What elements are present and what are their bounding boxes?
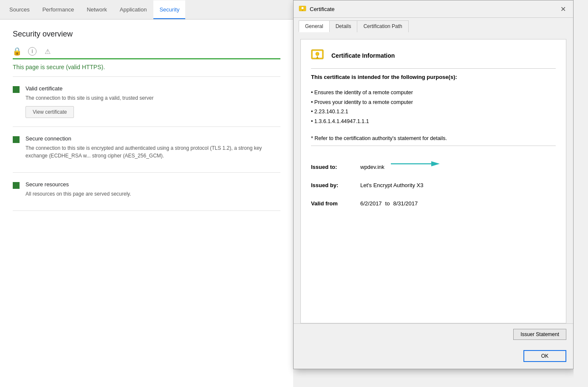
section-desc-secure-resources: All resources on this page are served se… xyxy=(25,190,280,198)
certificate-close-button[interactable]: ✕ xyxy=(558,4,568,14)
view-certificate-button[interactable]: View certificate xyxy=(25,106,74,118)
section-title-valid-cert: Valid certificate xyxy=(25,85,280,92)
info-icon: i xyxy=(28,47,37,56)
cert-tab-general[interactable]: General xyxy=(299,20,330,32)
certificate-info-header: Certificate Information xyxy=(311,48,556,69)
tab-network[interactable]: Network xyxy=(81,0,113,19)
section-desc-valid-cert: The connection to this site is using a v… xyxy=(25,94,280,102)
security-content: Security overview 🔒 i ⚠ This page is sec… xyxy=(0,20,293,387)
section-icon-secure-connection xyxy=(13,136,20,143)
section-desc-secure-connection: The connection to this site is encrypted… xyxy=(25,144,280,160)
purpose-item-2: Proves your identity to a remote compute… xyxy=(311,98,556,107)
certificate-refer-note: * Refer to the certification authority's… xyxy=(311,135,556,146)
certificate-issued-by-label: Issued by: xyxy=(311,182,353,188)
cert-tab-certification-path[interactable]: Certification Path xyxy=(357,20,408,32)
certificate-issued-to-value: wpdev.ink xyxy=(360,164,384,170)
certificate-issued-to-label: Issued to: xyxy=(311,164,353,170)
section-body-valid-cert: Valid certificate The connection to this… xyxy=(25,85,280,118)
section-secure-resources: Secure resources All resources on this p… xyxy=(13,173,280,211)
certificate-title: Certificate xyxy=(310,6,558,12)
certificate-valid-to-value: 8/31/2017 xyxy=(393,200,418,207)
section-secure-connection: Secure connection The connection to this… xyxy=(13,127,280,173)
issuer-statement-button[interactable]: Issuer Statement xyxy=(513,329,566,340)
section-valid-cert: Valid certificate The connection to this… xyxy=(13,77,280,127)
purpose-item-4: 1.3.6.1.4.1.44947.1.1.1 xyxy=(311,117,556,126)
warning-icon: ⚠ xyxy=(43,47,52,56)
svg-point-5 xyxy=(316,52,319,56)
purpose-item-1: Ensures the identity of a remote compute… xyxy=(311,88,556,98)
devtools-panel: Sources Performance Network Application … xyxy=(0,0,293,387)
certificate-info-title: Certificate Information xyxy=(331,52,395,59)
purpose-item-3: 2.23.140.1.2.1 xyxy=(311,107,556,117)
teal-arrow-annotation xyxy=(389,159,444,169)
certificate-dialog: Certificate ✕ General Details Certificat… xyxy=(293,0,574,369)
certificate-bottom-bar: Issuer Statement xyxy=(294,323,573,345)
tab-application[interactable]: Application xyxy=(114,0,153,19)
section-body-secure-resources: Secure resources All resources on this p… xyxy=(25,181,280,202)
cert-tab-details[interactable]: Details xyxy=(329,20,358,32)
section-title-secure-connection: Secure connection xyxy=(25,135,280,142)
section-title-secure-resources: Secure resources xyxy=(25,181,280,188)
page-title: Security overview xyxy=(13,30,280,39)
certificate-valid-from-value: 6/2/2017 xyxy=(360,200,382,207)
certificate-valid-row: Valid from 6/2/2017 to 8/31/2017 xyxy=(311,197,556,210)
certificate-titlebar: Certificate ✕ xyxy=(294,0,573,18)
svg-marker-8 xyxy=(431,161,440,166)
tab-security[interactable]: Security xyxy=(153,0,185,19)
certificate-title-icon xyxy=(299,5,306,13)
certificate-info-icon xyxy=(311,48,326,63)
certificate-tab-bar: General Details Certification Path xyxy=(294,18,573,32)
certificate-issued-by-value: Let's Encrypt Authority X3 xyxy=(360,182,423,188)
tab-sources[interactable]: Sources xyxy=(3,0,36,19)
certificate-purpose-list: Ensures the identity of a remote compute… xyxy=(311,88,556,126)
tab-bar: Sources Performance Network Application … xyxy=(0,0,293,20)
section-body-secure-connection: Secure connection The connection to this… xyxy=(25,135,280,164)
certificate-ok-button[interactable]: OK xyxy=(523,350,566,362)
right-background xyxy=(574,0,588,387)
tab-performance[interactable]: Performance xyxy=(37,0,80,19)
certificate-issued-by-row: Issued by: Let's Encrypt Authority X3 xyxy=(311,179,556,192)
section-icon-valid-cert xyxy=(13,86,20,93)
svg-point-1 xyxy=(301,7,304,9)
certificate-inner-box: Certificate Information This certificate… xyxy=(300,39,566,323)
certificate-ok-wrapper: OK xyxy=(294,345,573,369)
section-icon-secure-resources xyxy=(13,182,20,189)
certificate-valid-to-label: to xyxy=(385,200,390,207)
certificate-content-wrapper: Certificate Information This certificate… xyxy=(294,32,573,323)
lock-icon: 🔒 xyxy=(13,47,21,56)
certificate-issued-to-row: Issued to: wpdev.ink xyxy=(311,155,556,174)
secure-message: This page is secure (valid HTTPS). xyxy=(13,59,280,77)
status-icon-row: 🔒 i ⚠ xyxy=(13,47,280,56)
certificate-valid-from-label: Valid from xyxy=(311,200,353,207)
certificate-purposes-label: This certificate is intended for the fol… xyxy=(311,74,556,80)
